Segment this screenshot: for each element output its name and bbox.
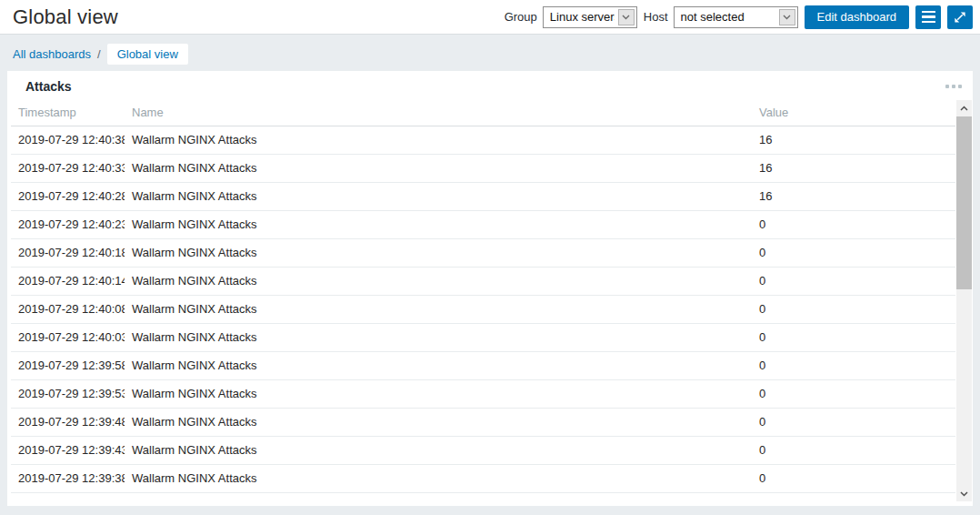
breadcrumb-current-global-view[interactable]: Global view (107, 44, 188, 65)
chevron-down-icon (779, 9, 795, 25)
scroll-up-button[interactable] (956, 100, 972, 116)
scrollbar[interactable] (956, 100, 972, 501)
table-row: 2019-07-29 12:40:33 Wallarm NGINX Attack… (11, 155, 955, 183)
cell-name: Wallarm NGINX Attacks (125, 380, 752, 409)
attacks-widget: Attacks Timestamp Name Value 2019-07-29 … (7, 71, 973, 506)
cell-value: 0 (752, 380, 955, 409)
column-header-name: Name (125, 100, 752, 126)
cell-timestamp: 2019-07-29 12:39:48 (11, 409, 125, 437)
cell-value: 0 (752, 268, 955, 296)
chevron-up-icon (960, 106, 968, 111)
cell-timestamp: 2019-07-29 12:40:14 (11, 268, 125, 296)
table-row: 2019-07-29 12:40:08 Wallarm NGINX Attack… (11, 296, 955, 324)
chevron-down-icon (960, 491, 968, 497)
table-header-row: Timestamp Name Value (11, 100, 955, 126)
cell-timestamp: 2019-07-29 12:40:18 (11, 239, 125, 268)
table-row: 2019-07-29 12:40:14 Wallarm NGINX Attack… (11, 268, 955, 296)
attacks-table-wrap: Timestamp Name Value 2019-07-29 12:40:38… (11, 100, 955, 493)
cell-value: 16 (752, 183, 955, 211)
cell-timestamp: 2019-07-29 12:39:43 (11, 437, 125, 465)
dashboard-menu-button[interactable] (915, 5, 941, 29)
breadcrumb-all-dashboards-link[interactable]: All dashboards (13, 47, 91, 61)
cell-timestamp: 2019-07-29 12:39:58 (11, 352, 125, 380)
table-row: 2019-07-29 12:40:38 Wallarm NGINX Attack… (11, 126, 955, 155)
table-row: 2019-07-29 12:39:58 Wallarm NGINX Attack… (11, 352, 955, 380)
cell-timestamp: 2019-07-29 12:40:03 (11, 324, 125, 352)
cell-value: 0 (752, 352, 955, 380)
table-row: 2019-07-29 12:39:48 Wallarm NGINX Attack… (11, 409, 955, 437)
table-row: 2019-07-29 12:39:43 Wallarm NGINX Attack… (11, 437, 955, 465)
cell-value: 0 (752, 409, 955, 437)
expand-arrows-icon (954, 11, 966, 24)
cell-value: 0 (752, 437, 955, 465)
scrollbar-thumb[interactable] (956, 116, 972, 289)
group-select[interactable]: Linux servers (543, 6, 637, 28)
table-row: 2019-07-29 12:39:38 Wallarm NGINX Attack… (11, 465, 955, 493)
cell-name: Wallarm NGINX Attacks (125, 183, 752, 211)
widget-body: Timestamp Name Value 2019-07-29 12:40:38… (7, 100, 973, 501)
cell-value: 0 (752, 324, 955, 352)
cell-value: 16 (752, 155, 955, 183)
table-row: 2019-07-29 12:40:03 Wallarm NGINX Attack… (11, 324, 955, 352)
cell-name: Wallarm NGINX Attacks (125, 296, 752, 324)
breadcrumb-separator: / (97, 47, 101, 61)
cell-name: Wallarm NGINX Attacks (125, 268, 752, 296)
cell-timestamp: 2019-07-29 12:40:38 (11, 126, 125, 155)
cell-name: Wallarm NGINX Attacks (125, 211, 752, 239)
group-select-value: Linux servers (550, 10, 615, 24)
table-row: 2019-07-29 12:40:23 Wallarm NGINX Attack… (11, 211, 955, 239)
cell-value: 0 (752, 296, 955, 324)
cell-name: Wallarm NGINX Attacks (125, 324, 752, 352)
cell-timestamp: 2019-07-29 12:40:28 (11, 183, 125, 211)
cell-timestamp: 2019-07-29 12:40:33 (11, 155, 125, 183)
cell-value: 0 (752, 211, 955, 239)
widget-header: Attacks (7, 71, 973, 100)
table-row: 2019-07-29 12:40:28 Wallarm NGINX Attack… (11, 183, 955, 211)
column-header-value: Value (752, 100, 955, 126)
cell-timestamp: 2019-07-29 12:39:38 (11, 465, 125, 493)
cell-timestamp: 2019-07-29 12:39:53 (11, 380, 125, 409)
host-label: Host (644, 10, 668, 24)
page-title: Global view (13, 5, 118, 29)
chevron-down-icon (618, 9, 635, 25)
top-bar: Global view Group Linux servers Host not… (0, 0, 980, 35)
edit-dashboard-button[interactable]: Edit dashboard (805, 5, 909, 29)
topbar-controls: Group Linux servers Host not selected Ed… (505, 5, 973, 29)
table-row: 2019-07-29 12:39:53 Wallarm NGINX Attack… (11, 380, 955, 409)
column-header-timestamp: Timestamp (11, 100, 125, 126)
cell-value: 0 (752, 239, 955, 268)
cell-name: Wallarm NGINX Attacks (125, 155, 752, 183)
host-select[interactable]: not selected (674, 6, 798, 28)
cell-value: 0 (752, 465, 955, 493)
cell-name: Wallarm NGINX Attacks (125, 465, 752, 493)
breadcrumb: All dashboards / Global view (0, 35, 980, 71)
group-label: Group (505, 10, 537, 24)
widget-menu-button[interactable] (944, 81, 964, 92)
cell-name: Wallarm NGINX Attacks (125, 352, 752, 380)
cell-name: Wallarm NGINX Attacks (125, 437, 752, 465)
cell-timestamp: 2019-07-29 12:40:08 (11, 296, 125, 324)
attacks-table-body: 2019-07-29 12:40:38 Wallarm NGINX Attack… (11, 126, 955, 493)
hamburger-icon (922, 11, 935, 24)
cell-value: 16 (752, 126, 955, 155)
fullscreen-button[interactable] (947, 5, 973, 29)
widget-title: Attacks (25, 79, 72, 94)
cell-name: Wallarm NGINX Attacks (125, 239, 752, 268)
cell-name: Wallarm NGINX Attacks (125, 126, 752, 155)
table-row: 2019-07-29 12:40:18 Wallarm NGINX Attack… (11, 239, 955, 268)
scroll-down-button[interactable] (956, 486, 972, 501)
ellipsis-icon (945, 85, 962, 88)
host-select-value: not selected (681, 10, 775, 24)
cell-name: Wallarm NGINX Attacks (125, 409, 752, 437)
cell-timestamp: 2019-07-29 12:40:23 (11, 211, 125, 239)
attacks-table: Timestamp Name Value 2019-07-29 12:40:38… (11, 100, 955, 493)
